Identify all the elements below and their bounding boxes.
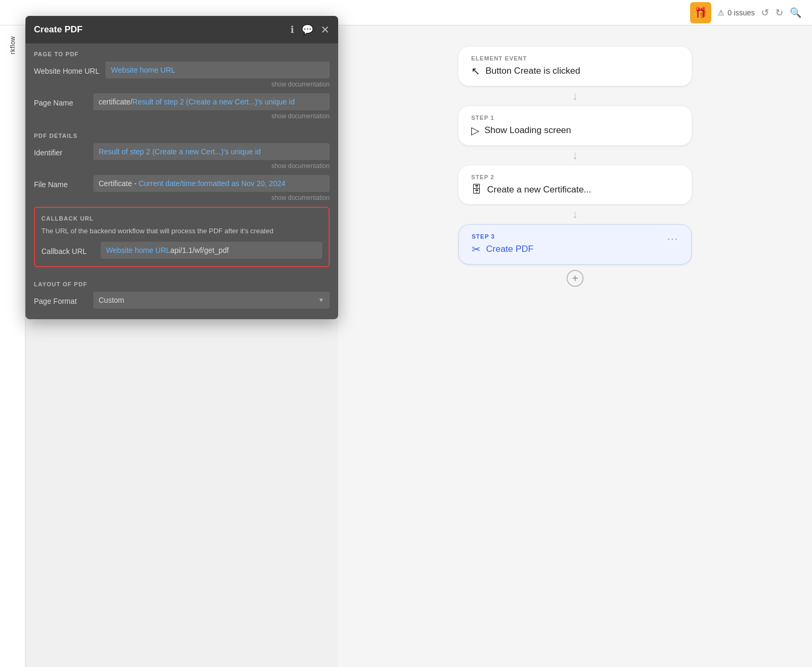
callback-url-label: Callback URL [41,242,94,256]
callback-url-link: Website home URL [106,246,170,254]
chevron-down-icon: ▼ [318,296,324,304]
add-step-button[interactable]: + [567,270,584,287]
page-format-select[interactable]: Custom ▼ [93,292,330,309]
issues-button[interactable]: ⚠ 0 issues [718,8,755,17]
step3-header: STEP 3 ✂ Create PDF ··· [472,233,678,256]
workflow-panel: ELEMENT EVENT ↖ Button Create is clicked… [338,25,812,667]
dialog-title: Create PDF [34,24,83,35]
website-home-url-label: Website Home URL [34,62,99,75]
dialog-header: Create PDF ℹ 💬 ✕ [25,16,338,43]
callback-url-value[interactable]: Website home URLapi/1.1/wf/get_pdf [101,242,322,259]
workflow-tab-label: rkflow [9,36,16,54]
redo-button[interactable]: ↻ [775,7,783,19]
page-name-plain: certificate/ [99,98,133,106]
website-home-url-doc[interactable]: show documentation [34,81,330,88]
loading-icon: ▷ [471,124,479,137]
section-pdf-details-label: PDF DETAILS [34,125,330,143]
callback-url-section-label: CALLBACK URL [41,213,322,226]
step1-card: STEP 1 ▷ Show Loading screen [458,106,692,145]
identifier-label: Identifier [34,143,87,157]
callback-url-description: The URL of the backend workflow that wil… [41,226,322,236]
file-name-link: Current date/time:formatted as Nov 20, 2… [138,179,285,188]
file-name-row: File Name Certificate - Current date/tim… [34,175,330,192]
callback-url-section: CALLBACK URL The URL of the backend work… [34,207,330,267]
gift-button[interactable]: 🎁 [690,2,711,23]
file-name-label: File Name [34,175,87,189]
step1-content: ▷ Show Loading screen [471,124,679,137]
step3-more-button[interactable]: ··· [667,233,678,244]
step2-card: STEP 2 🗄 Create a new Certificate... [458,165,692,204]
database-icon: 🗄 [471,183,482,196]
step1-tag: STEP 1 [471,115,679,121]
issues-label: 0 issues [728,8,755,17]
warning-icon: ⚠ [718,8,725,17]
workflow-sidebar: rkflow [0,25,25,667]
dialog-header-icons: ℹ 💬 ✕ [290,23,330,36]
callback-url-row: Callback URL Website home URLapi/1.1/wf/… [41,242,322,259]
step2-content: 🗄 Create a new Certificate... [471,183,679,196]
step3-content: ✂ Create PDF [472,243,534,256]
step3-tag: STEP 3 [472,233,534,240]
step2-tag: STEP 2 [471,174,679,180]
file-name-doc[interactable]: show documentation [34,194,330,201]
step2-label: Create a new Certificate... [487,185,592,195]
chat-icon[interactable]: 💬 [302,24,313,36]
page-name-value[interactable]: certificate/Result of step 2 (Create a n… [93,93,330,110]
website-home-url-value[interactable]: Website home URL [105,62,330,78]
identifier-doc[interactable]: show documentation [34,162,330,170]
website-home-url-link: Website home URL [111,66,175,74]
section-layout-label: LAYOUT OF PDF [34,274,330,292]
pdf-icon: ✂ [472,243,481,256]
identifier-link: Result of step 2 (Create a new Cert...)'… [99,147,261,156]
identifier-row: Identifier Result of step 2 (Create a ne… [34,143,330,160]
dialog-body: PAGE TO PDF Website Home URL Website hom… [25,43,338,319]
element-event-card: ELEMENT EVENT ↖ Button Create is clicked [458,47,692,86]
identifier-value[interactable]: Result of step 2 (Create a new Cert...)'… [93,143,330,160]
page-format-label: Page Format [34,292,87,305]
search-button[interactable]: 🔍 [790,7,801,19]
close-button[interactable]: ✕ [321,23,330,36]
page-name-doc[interactable]: show documentation [34,112,330,120]
element-event-content: ↖ Button Create is clicked [471,65,679,77]
page-name-label: Page Name [34,93,87,107]
step1-label: Show Loading screen [484,125,571,136]
callback-url-plain: api/1.1/wf/get_pdf [170,246,229,254]
element-event-tag: ELEMENT EVENT [471,55,679,62]
step3-label: Create PDF [486,244,534,254]
file-name-plain: Certificate - [99,179,138,188]
step3-left: STEP 3 ✂ Create PDF [472,233,534,256]
layout-section: LAYOUT OF PDF Page Format Custom ▼ [34,274,330,309]
arrow-1: ↓ [572,90,578,102]
arrow-3: ↓ [572,208,578,220]
section-page-to-pdf-label: PAGE TO PDF [34,43,330,62]
file-name-value[interactable]: Certificate - Current date/time:formatte… [93,175,330,192]
plus-icon: + [572,273,578,285]
cursor-icon: ↖ [471,65,480,77]
step3-card[interactable]: STEP 3 ✂ Create PDF ··· [458,224,692,265]
page-format-value: Custom [99,296,124,304]
page-name-row: Page Name certificate/Result of step 2 (… [34,93,330,110]
website-home-url-row: Website Home URL Website home URL [34,62,330,78]
undo-button[interactable]: ↺ [761,7,769,19]
page-name-link: Result of step 2 (Create a new Cert...)'… [133,98,295,106]
gift-icon: 🎁 [694,6,707,19]
info-icon[interactable]: ℹ [290,24,294,36]
arrow-2: ↓ [572,150,578,161]
create-pdf-dialog: Create PDF ℹ 💬 ✕ PAGE TO PDF Website Hom… [25,16,338,319]
element-event-label: Button Create is clicked [486,66,580,76]
page-format-row: Page Format Custom ▼ [34,292,330,309]
